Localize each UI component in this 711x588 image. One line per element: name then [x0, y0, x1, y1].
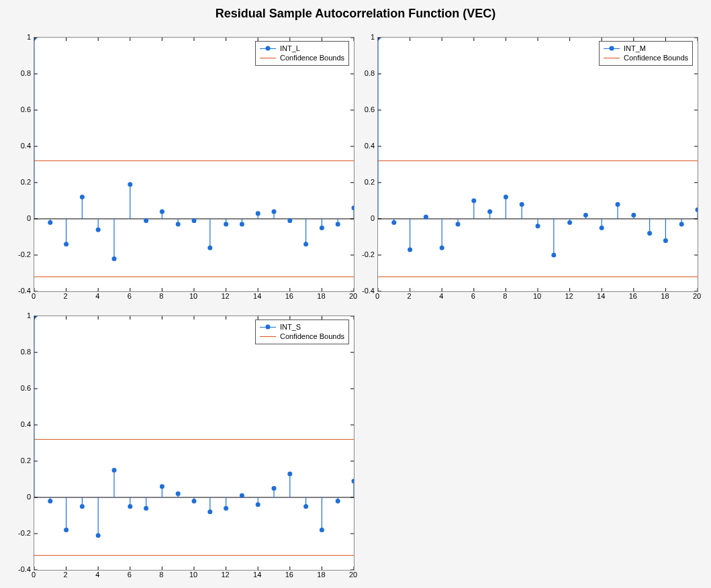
legend-entry-series: INT_L — [260, 44, 344, 53]
y-tick-label: 0.4 — [11, 420, 31, 428]
y-tick-label: -0.2 — [354, 250, 375, 258]
acf-marker — [64, 528, 68, 532]
acf-marker — [112, 256, 117, 261]
acf-marker — [144, 506, 148, 511]
acf-marker — [128, 504, 132, 509]
y-tick-label: 0.8 — [11, 69, 31, 77]
x-tick-label: 0 — [375, 292, 379, 300]
acf-marker — [224, 506, 228, 511]
y-tick-label: 0.2 — [11, 178, 31, 186]
acf-marker — [647, 231, 652, 236]
acf-marker — [176, 491, 181, 496]
x-tick-label: 12 — [565, 292, 573, 300]
acf-marker — [320, 226, 324, 230]
x-tick-label: 8 — [503, 292, 507, 300]
figure-container: Residual Sample Autocorrelation Function… — [0, 0, 711, 588]
y-tick-label: -0.2 — [11, 250, 31, 258]
x-tick-label: 2 — [64, 292, 68, 300]
x-tick-label: 16 — [285, 571, 293, 579]
acf-marker — [583, 213, 588, 217]
acf-marker — [64, 242, 68, 246]
x-tick-label: 2 — [64, 571, 68, 579]
acf-marker — [240, 222, 244, 227]
x-tick-label: 4 — [95, 571, 99, 579]
acf-marker — [256, 211, 260, 215]
acf-marker — [336, 222, 340, 227]
legend-entry-series: INT_M — [604, 44, 688, 53]
acf-marker — [224, 222, 228, 227]
x-tick-label: 18 — [317, 292, 325, 300]
acf-marker — [303, 242, 308, 246]
legend: INT_MConfidence Bounds — [599, 41, 693, 66]
legend: INT_LConfidence Bounds — [255, 41, 349, 66]
x-tick-label: 8 — [159, 292, 163, 300]
acf-marker — [352, 479, 354, 483]
x-tick-label: 0 — [32, 571, 36, 579]
acf-marker — [616, 202, 620, 207]
x-tick-label: 20 — [349, 571, 357, 579]
acf-marker — [456, 222, 461, 227]
acf-marker — [352, 205, 354, 210]
acf-marker — [600, 226, 604, 230]
acf-marker — [128, 182, 132, 187]
acf-marker — [320, 528, 324, 532]
acf-marker — [80, 195, 85, 199]
acf-marker — [272, 486, 277, 491]
y-tick-label: 0.8 — [11, 348, 31, 356]
acf-marker — [663, 238, 668, 243]
legend-entry-bounds: Confidence Bounds — [260, 332, 344, 341]
x-tick-label: 4 — [95, 292, 99, 300]
acf-marker — [679, 222, 684, 227]
acf-marker — [391, 220, 396, 225]
legend-series-label: INT_M — [624, 44, 646, 53]
acf-marker — [160, 209, 164, 214]
x-tick-label: 20 — [693, 292, 701, 300]
legend-bounds-label: Confidence Bounds — [624, 53, 688, 62]
acf-marker — [378, 38, 381, 40]
x-tick-label: 14 — [253, 571, 261, 579]
subplot-int-s — [34, 315, 354, 571]
y-tick-label: 0.2 — [11, 456, 31, 464]
y-tick-label: 0 — [11, 493, 31, 501]
acf-marker — [551, 253, 556, 258]
legend-entry-bounds: Confidence Bounds — [604, 53, 688, 62]
legend-entry-series: INT_S — [260, 322, 344, 332]
acf-marker — [440, 246, 444, 250]
y-tick-label: 1 — [11, 33, 31, 41]
legend: INT_SConfidence Bounds — [255, 320, 349, 344]
acf-marker — [96, 533, 101, 538]
x-tick-label: 10 — [533, 292, 541, 300]
acf-marker — [336, 499, 340, 503]
x-tick-label: 6 — [128, 571, 132, 579]
acf-marker — [303, 504, 308, 509]
x-tick-label: 6 — [128, 292, 132, 300]
x-tick-label: 18 — [317, 571, 325, 579]
subplot-int-l — [34, 37, 354, 292]
legend-series-label: INT_S — [280, 322, 301, 332]
acf-marker — [408, 247, 412, 252]
acf-marker — [287, 218, 292, 223]
x-tick-label: 14 — [253, 292, 261, 300]
acf-marker — [471, 199, 476, 203]
x-tick-label: 12 — [221, 571, 229, 579]
acf-marker — [48, 499, 52, 503]
acf-marker — [112, 468, 117, 473]
x-tick-label: 2 — [408, 292, 412, 300]
y-tick-label: 0.2 — [354, 178, 375, 186]
x-tick-label: 6 — [471, 292, 475, 300]
y-tick-label: 0.8 — [354, 69, 375, 77]
x-tick-label: 16 — [285, 292, 293, 300]
acf-marker — [240, 493, 244, 498]
x-tick-label: 16 — [629, 292, 637, 300]
y-tick-label: 1 — [354, 33, 375, 41]
acf-marker — [207, 246, 212, 250]
acf-marker — [144, 218, 148, 223]
legend-series-label: INT_L — [280, 44, 300, 53]
x-tick-label: 10 — [189, 292, 197, 300]
y-tick-label: -0.2 — [11, 529, 31, 537]
y-tick-label: 0.6 — [11, 105, 31, 113]
acf-marker — [504, 195, 508, 199]
x-tick-label: 18 — [661, 292, 669, 300]
acf-marker — [696, 207, 698, 212]
x-tick-label: 10 — [189, 571, 197, 579]
